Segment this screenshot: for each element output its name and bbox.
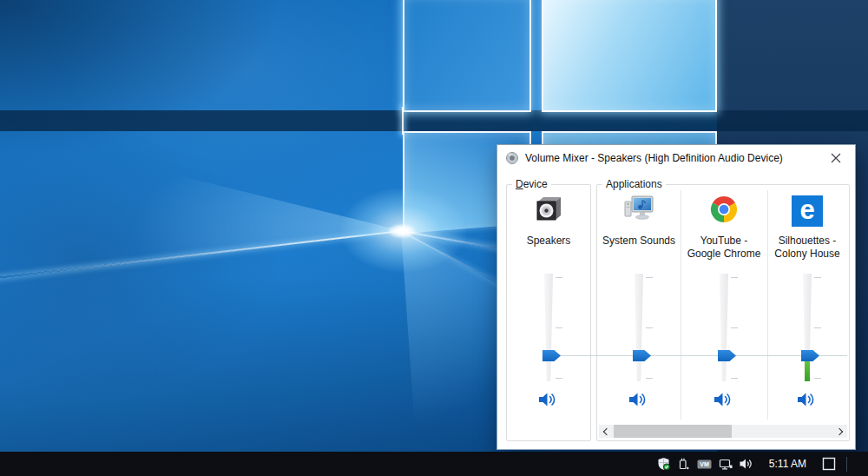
scroll-left-button[interactable] — [599, 425, 613, 438]
slider-tick — [646, 277, 653, 278]
device-groupbox: Device Speakers — [506, 184, 591, 441]
volume-slider-track[interactable] — [544, 274, 553, 381]
mute-button[interactable] — [713, 392, 735, 409]
applications-groupbox: Applications — [596, 184, 850, 441]
channel-edge: e Silhouettes - Colony House — [767, 185, 847, 420]
vmware-tools-icon[interactable]: VM — [697, 457, 712, 471]
slider-tick — [814, 327, 821, 328]
scroll-right-button[interactable] — [833, 425, 847, 438]
channel-speakers: Speakers — [507, 185, 590, 420]
speaker-icon — [713, 392, 734, 407]
scrollbar-thumb[interactable] — [614, 425, 732, 438]
peak-meter — [805, 361, 810, 381]
windows-logo-pane-top-right — [542, 0, 717, 112]
show-desktop-button[interactable] — [854, 452, 858, 476]
windows-logo-edge-line — [402, 107, 404, 135]
slider-tick — [646, 378, 653, 379]
slider-tick — [646, 327, 653, 328]
chrome-icon — [710, 195, 738, 227]
volume-slider-thumb[interactable] — [542, 350, 561, 361]
speakers-device-icon — [534, 195, 563, 227]
light-glow-core — [388, 224, 416, 238]
slider-tick — [814, 378, 821, 379]
clock[interactable]: 5:11 AM — [769, 458, 806, 470]
speaker-icon — [628, 392, 649, 407]
mute-button[interactable] — [628, 392, 650, 409]
window-title: Volume Mixer - Speakers (High Definition… — [525, 145, 783, 171]
close-icon — [831, 153, 841, 163]
channel-name: Speakers — [507, 235, 590, 248]
mute-button[interactable] — [796, 392, 819, 409]
volume-slider-track[interactable] — [720, 274, 728, 381]
svg-text:VM: VM — [700, 461, 709, 467]
chevron-left-icon — [603, 427, 610, 434]
volume-slider-thumb[interactable] — [801, 350, 819, 361]
edge-e-glyph: e — [799, 196, 814, 223]
channel-name: Silhouettes - Colony House — [767, 235, 847, 261]
system-tray: VM 5:11 AM — [657, 452, 858, 476]
applications-scrollbar[interactable] — [599, 425, 847, 438]
volume-slider-thumb[interactable] — [718, 350, 736, 361]
taskbar: VM 5:11 AM — [0, 452, 868, 476]
slider-tick — [556, 378, 562, 379]
volume-slider-thumb[interactable] — [633, 350, 651, 361]
network-icon[interactable] — [719, 457, 733, 471]
channel-system-sounds: System Sounds — [597, 185, 681, 420]
volume-slider-track[interactable] — [635, 274, 643, 381]
volume-tray-icon[interactable] — [740, 457, 753, 471]
channel-chrome: YouTube - Google Chrome — [681, 185, 767, 420]
chevron-right-icon — [836, 427, 843, 434]
volume-mixer-app-icon — [505, 151, 519, 165]
speaker-icon — [538, 392, 559, 407]
channel-name: System Sounds — [597, 235, 681, 248]
windows-logo-pane-top-left — [403, 0, 531, 112]
mute-button[interactable] — [537, 392, 560, 409]
edge-icon: e — [792, 195, 823, 227]
slider-tick — [731, 378, 738, 379]
channel-name: YouTube - Google Chrome — [681, 235, 767, 261]
speaker-icon — [797, 392, 818, 407]
system-sounds-icon — [624, 195, 654, 223]
slider-tick — [814, 277, 821, 278]
volume-mixer-window: Volume Mixer - Speakers (High Definition… — [496, 144, 856, 450]
wallpaper-dark-band — [0, 110, 868, 131]
action-center-icon[interactable] — [822, 457, 836, 471]
close-button[interactable] — [824, 149, 848, 168]
tray-separator — [846, 457, 847, 472]
slider-tick — [731, 327, 738, 328]
titlebar[interactable]: Volume Mixer - Speakers (High Definition… — [497, 145, 855, 171]
slider-tick — [556, 327, 562, 328]
slider-tick — [731, 277, 738, 278]
windows-defender-icon[interactable] — [657, 457, 670, 471]
slider-tick — [556, 277, 562, 278]
usb-device-icon[interactable] — [677, 457, 690, 471]
